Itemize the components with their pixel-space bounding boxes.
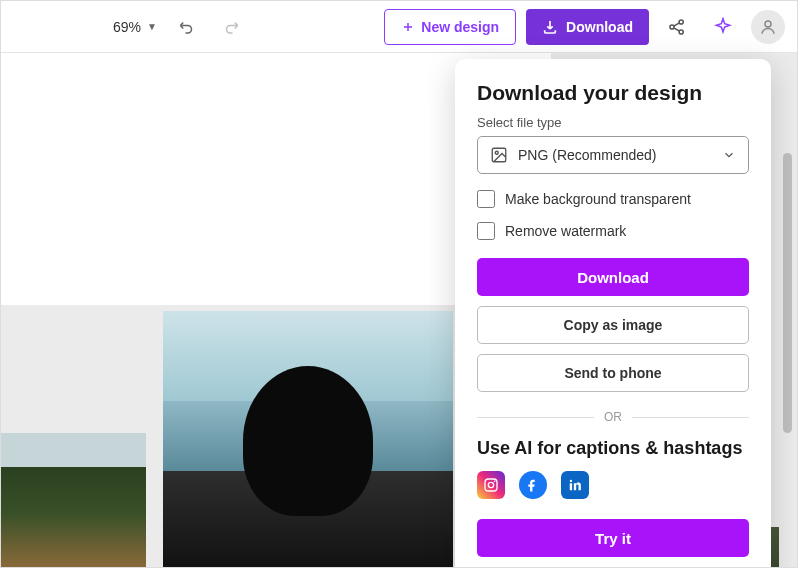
top-toolbar: 69% ▼ New design Download — [1, 1, 797, 53]
transparent-checkbox[interactable] — [477, 190, 495, 208]
divider-label: OR — [604, 410, 622, 424]
send-to-phone-button[interactable]: Send to phone — [477, 354, 749, 392]
file-type-label: Select file type — [477, 115, 749, 130]
chevron-down-icon: ▼ — [147, 21, 157, 32]
zoom-control[interactable]: 69% ▼ — [113, 19, 157, 35]
canvas-image-main[interactable] — [163, 311, 453, 568]
canvas-image-left[interactable] — [1, 433, 146, 568]
facebook-icon[interactable] — [519, 471, 547, 499]
download-label-top: Download — [566, 19, 633, 35]
social-icons-row — [477, 471, 749, 499]
transparent-checkbox-row[interactable]: Make background transparent — [477, 190, 749, 208]
new-design-label: New design — [421, 19, 499, 35]
svg-point-3 — [765, 21, 771, 27]
svg-point-10 — [570, 480, 572, 482]
plus-icon — [401, 20, 415, 34]
transparent-label: Make background transparent — [505, 191, 691, 207]
download-icon — [542, 19, 558, 35]
download-button-top[interactable]: Download — [526, 9, 649, 45]
watermark-checkbox[interactable] — [477, 222, 495, 240]
svg-point-8 — [494, 481, 496, 483]
panel-title: Download your design — [477, 81, 749, 105]
ai-section-title: Use AI for captions & hashtags — [477, 438, 749, 459]
undo-button[interactable] — [173, 13, 201, 41]
image-icon — [490, 146, 508, 164]
watermark-checkbox-row[interactable]: Remove watermark — [477, 222, 749, 240]
user-avatar[interactable] — [751, 10, 785, 44]
scrollbar[interactable] — [783, 153, 792, 433]
linkedin-icon[interactable] — [561, 471, 589, 499]
download-button[interactable]: Download — [477, 258, 749, 296]
user-icon — [759, 18, 777, 36]
svg-point-5 — [495, 151, 498, 154]
redo-button[interactable] — [217, 13, 245, 41]
copy-image-button[interactable]: Copy as image — [477, 306, 749, 344]
file-type-value: PNG (Recommended) — [518, 147, 712, 163]
download-panel: Download your design Select file type PN… — [455, 59, 771, 568]
divider: OR — [477, 410, 749, 424]
chevron-down-icon — [722, 148, 736, 162]
sparkle-icon — [713, 17, 733, 37]
svg-point-7 — [488, 482, 493, 487]
zoom-value: 69% — [113, 19, 141, 35]
try-it-button[interactable]: Try it — [477, 519, 749, 557]
share-icon-button[interactable] — [659, 9, 695, 45]
instagram-icon[interactable] — [477, 471, 505, 499]
sparkle-icon-button[interactable] — [705, 9, 741, 45]
new-design-button[interactable]: New design — [384, 9, 516, 45]
watermark-label: Remove watermark — [505, 223, 626, 239]
share-icon — [667, 17, 687, 37]
svg-rect-9 — [570, 483, 572, 490]
file-type-select[interactable]: PNG (Recommended) — [477, 136, 749, 174]
